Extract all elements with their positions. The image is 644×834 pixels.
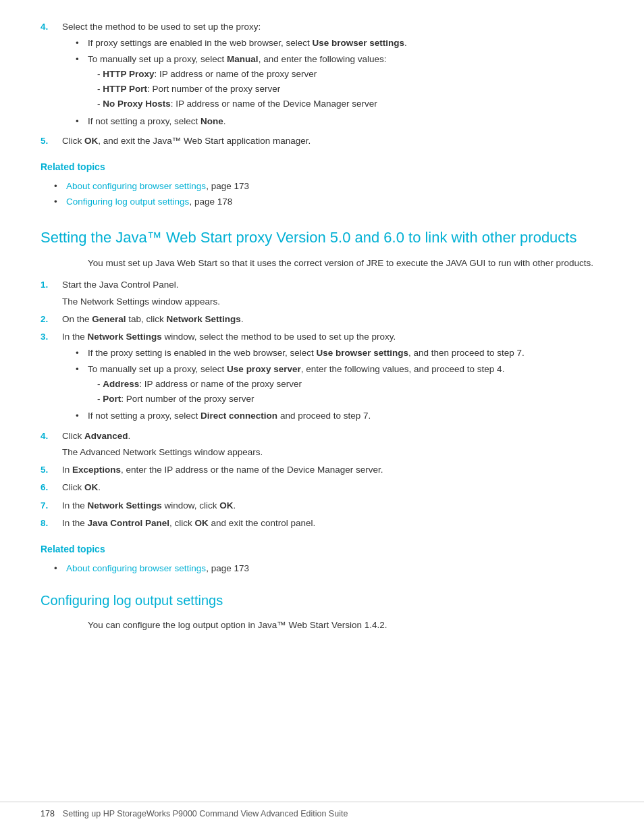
s1-b3: • If not setting a proxy, select Direct … <box>76 409 603 423</box>
s1-b3-text: If not setting a proxy, select Direct co… <box>88 409 371 423</box>
bullet-1: • If proxy settings are enabled in the w… <box>76 36 603 50</box>
s1-step-7-content: In the Network Settings window, click OK… <box>62 499 603 513</box>
section2-title: Configuring log output settings <box>41 590 603 610</box>
step-4-text: Select the method to be used to set up t… <box>62 22 261 32</box>
bullet-1-text: If proxy settings are enabled in the web… <box>88 36 407 50</box>
s1-sub-port: - Port: Port number of the proxy server <box>97 392 504 406</box>
bullet-2-sublist: - HTTP Proxy: IP address or name of the … <box>88 68 387 111</box>
step-4-bullets: • If proxy settings are enabled in the w… <box>62 36 603 128</box>
footer: 178 Setting up HP StorageWorks P9000 Com… <box>0 802 644 820</box>
s1-step-7: 7. In the Network Settings window, click… <box>41 499 603 513</box>
s1-step-2-num: 2. <box>41 313 59 326</box>
s1-step-3-content: In the Network Settings window, select t… <box>62 330 603 425</box>
sub-http-proxy: - HTTP Proxy: IP address or name of the … <box>97 68 387 81</box>
related-link-2: • Configuring log output settings, page … <box>54 195 603 209</box>
s1-b1-dot: • <box>76 346 85 360</box>
rl1-dot: • <box>54 180 63 193</box>
section1-title: Setting the Java™ Web Start proxy Versio… <box>41 228 603 248</box>
sub-http-port: - HTTP Port: Port number of the proxy se… <box>97 82 387 96</box>
s1-step-6-content: Click OK. <box>62 481 603 494</box>
bullet-3-dot: • <box>76 115 85 128</box>
s1-step-4: 4. Click Advanced. The Advanced Network … <box>41 429 603 460</box>
s1-step-8-content: In the Java Control Panel, click OK and … <box>62 517 603 530</box>
step-4: 4. Select the method to be used to set u… <box>41 20 603 130</box>
footer-content: 178 Setting up HP StorageWorks P9000 Com… <box>41 808 603 820</box>
related-topics-2-list: • About configuring browser settings, pa… <box>41 562 603 575</box>
s1-step-5-num: 5. <box>41 463 59 477</box>
sub-no-proxy: - No Proxy Hosts: IP address or name of … <box>97 97 387 111</box>
related-topics-2-header: Related topics <box>41 542 603 556</box>
s1-step-1-sub: The Network Settings window appears. <box>62 295 603 309</box>
s1-step-3-bullets: • If the proxy setting is enabled in the… <box>62 346 603 423</box>
related-link-1: • About configuring browser settings, pa… <box>54 180 603 193</box>
footer-page-number: 178 <box>41 808 55 820</box>
s1-step-4-sub: The Advanced Network Settings window app… <box>62 446 603 459</box>
s1-b3-dot: • <box>76 409 85 423</box>
about-configuring-browser-link[interactable]: About configuring browser settings <box>66 181 206 191</box>
bullet-2: • To manually set up a proxy, select Man… <box>76 53 603 113</box>
rt2-link-1: • About configuring browser settings, pa… <box>54 562 603 575</box>
related-topics-1-header: Related topics <box>41 160 603 174</box>
s1-step-8-num: 8. <box>41 517 59 530</box>
about-configuring-browser-link-2[interactable]: About configuring browser settings <box>66 563 206 573</box>
s1-b2-sublist: - Address: IP address or name of the pro… <box>88 377 504 407</box>
step-4-number: 4. <box>41 20 59 34</box>
s1-step-5-content: In Exceptions, enter the IP address or t… <box>62 463 603 477</box>
s1-step-3: 3. In the Network Settings window, selec… <box>41 330 603 425</box>
configuring-log-output-link[interactable]: Configuring log output settings <box>66 197 189 207</box>
s1-step-1-content: Start the Java Control Panel. The Networ… <box>62 278 603 309</box>
step-5-content: Click OK, and exit the Java™ Web Start a… <box>62 134 603 148</box>
s1-step-8: 8. In the Java Control Panel, click OK a… <box>41 517 603 530</box>
s1-step-5: 5. In Exceptions, enter the IP address o… <box>41 463 603 477</box>
s1-step-2: 2. On the General tab, click Network Set… <box>41 313 603 326</box>
s1-b1: • If the proxy setting is enabled in the… <box>76 346 603 360</box>
step-5: 5. Click OK, and exit the Java™ Web Star… <box>41 134 603 148</box>
footer-title: Setting up HP StorageWorks P9000 Command… <box>63 808 348 820</box>
rl2-text: Configuring log output settings, page 17… <box>66 195 232 209</box>
rt2-l1-text: About configuring browser settings, page… <box>66 562 249 575</box>
rl1-text: About configuring browser settings, page… <box>66 180 249 193</box>
section1-steps: 1. Start the Java Control Panel. The Net… <box>41 278 603 530</box>
s1-b1-text: If the proxy setting is enabled in the w… <box>88 346 525 360</box>
s1-step-2-content: On the General tab, click Network Settin… <box>62 313 603 326</box>
related-topics-2: Related topics • About configuring brows… <box>41 542 603 575</box>
bullet-3-text: If not setting a proxy, select None. <box>88 115 226 128</box>
bullet-1-dot: • <box>76 36 85 50</box>
bullet-2-dot: • <box>76 53 85 66</box>
s1-step-4-content: Click Advanced. The Advanced Network Set… <box>62 429 603 460</box>
step-4-content: Select the method to be used to set up t… <box>62 20 603 130</box>
s1-step-4-num: 4. <box>41 429 59 443</box>
s1-sub-address: - Address: IP address or name of the pro… <box>97 377 504 391</box>
related-topics-1-list: • About configuring browser settings, pa… <box>41 180 603 209</box>
page: 4. Select the method to be used to set u… <box>0 0 644 834</box>
s1-step-6-num: 6. <box>41 481 59 494</box>
s1-step-1: 1. Start the Java Control Panel. The Net… <box>41 278 603 309</box>
s1-b2: • To manually set up a proxy, select Use… <box>76 363 603 408</box>
bullet-2-text: To manually set up a proxy, select Manua… <box>88 53 387 113</box>
s1-step-3-num: 3. <box>41 330 59 344</box>
related-topics-1: Related topics • About configuring brows… <box>41 160 603 209</box>
rt2-l1-dot: • <box>54 562 63 575</box>
intro-steps: 4. Select the method to be used to set u… <box>41 20 603 148</box>
bullet-3: • If not setting a proxy, select None. <box>76 115 603 128</box>
rl2-dot: • <box>54 195 63 209</box>
section1-intro: You must set up Java Web Start so that i… <box>41 257 603 270</box>
section2-intro: You can configure the log output option … <box>41 619 603 632</box>
step-5-number: 5. <box>41 134 59 148</box>
s1-step-7-num: 7. <box>41 499 59 513</box>
s1-b2-text: To manually set up a proxy, select Use p… <box>88 363 504 408</box>
s1-b2-dot: • <box>76 363 85 376</box>
s1-step-1-num: 1. <box>41 278 59 292</box>
s1-step-6: 6. Click OK. <box>41 481 603 494</box>
